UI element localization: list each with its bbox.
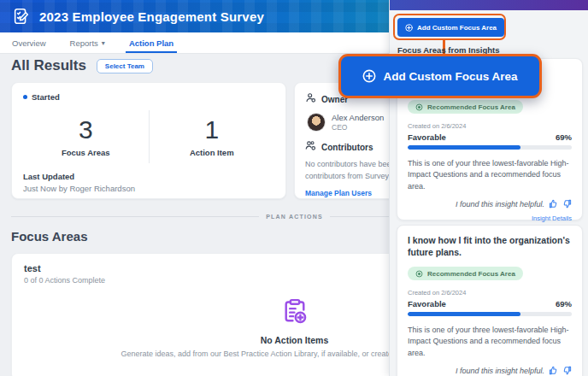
page-header-title: 2023 Employee Engagement Survey xyxy=(39,9,264,24)
status-dot xyxy=(23,95,27,99)
contributors-people-icon xyxy=(305,139,316,155)
insight-details-link[interactable]: Insight Details xyxy=(408,214,572,222)
add-custom-focus-area-button[interactable]: Add Custom Focus Area xyxy=(397,18,504,37)
favorable-percent: 69% xyxy=(556,299,572,308)
favorable-row: Favorable 69% xyxy=(408,132,572,142)
app-window: 2023 Employee Engagement Survey Overview… xyxy=(0,0,588,376)
empty-state-title: No Action Items xyxy=(261,335,329,345)
focus-areas-title: Focus Areas xyxy=(11,229,87,244)
tab-action-plan[interactable]: Action Plan xyxy=(129,32,173,53)
insight-card: I know how I fit into the organization's… xyxy=(397,225,583,376)
plan-summary-card: Started 3 Focus Areas 1 Action Item Last… xyxy=(11,82,286,199)
favorable-row: Favorable 69% xyxy=(408,299,572,308)
insight-description: This is one of your three lowest-favorab… xyxy=(408,325,572,360)
clipboard-plus-icon xyxy=(279,297,310,331)
owner-name: Alex Anderson xyxy=(332,113,384,122)
recommended-badge: Recommended Focus Area xyxy=(408,267,523,280)
target-icon xyxy=(415,270,423,278)
insight-title: I know how I fit into the organization's… xyxy=(408,234,572,263)
owner-role: CEO xyxy=(332,123,384,132)
helpful-row: I found this insight helpful. xyxy=(408,366,572,375)
thumbs-up-icon[interactable] xyxy=(549,199,558,209)
status-row: Started xyxy=(23,92,274,102)
favorable-progress-bar xyxy=(408,312,572,316)
favorable-percent: 69% xyxy=(556,132,572,142)
thumbs-up-icon[interactable] xyxy=(549,366,558,375)
action-items-count: 1 xyxy=(204,117,219,143)
drawer-header-strip xyxy=(390,0,588,10)
plan-actions-label: PLAN ACTIONS xyxy=(266,214,323,220)
created-date: Created on 2/6/2024 xyxy=(408,122,572,130)
add-custom-focus-area-callout-button[interactable]: Add Custom Focus Area xyxy=(338,54,542,98)
insight-description: This is one of your three lowest-favorab… xyxy=(408,158,572,193)
helpful-row: I found this insight helpful. xyxy=(408,199,572,209)
stat-action-items: 1 Action Item xyxy=(149,110,275,163)
target-icon xyxy=(415,103,423,111)
plus-circle-icon xyxy=(362,69,376,83)
last-updated-label: Last Updated xyxy=(23,172,274,181)
thumbs-down-icon[interactable] xyxy=(562,199,572,209)
last-updated-value: Just Now by Roger Richardson xyxy=(23,184,274,193)
tab-overview[interactable]: Overview xyxy=(12,32,46,53)
thumbs-down-icon[interactable] xyxy=(562,366,572,375)
stats-row: 3 Focus Areas 1 Action Item xyxy=(23,110,274,163)
status-badge: Started xyxy=(32,92,60,102)
page-head: All Results Select Team xyxy=(11,57,153,74)
survey-logo-icon xyxy=(12,7,31,26)
owner-avatar xyxy=(307,113,326,132)
select-team-button[interactable]: Select Team xyxy=(97,59,153,73)
recommended-badge: Recommended Focus Area xyxy=(408,100,523,114)
chevron-down-icon: ▾ xyxy=(102,39,105,47)
tab-reports[interactable]: Reports ▾ xyxy=(70,32,105,53)
stat-focus-areas: 3 Focus Areas xyxy=(23,110,149,163)
favorable-progress-bar xyxy=(408,145,572,150)
focus-areas-count: 3 xyxy=(79,117,93,143)
created-date: Created on 2/6/2024 xyxy=(408,289,572,297)
page-title: All Results xyxy=(11,57,86,74)
plus-circle-icon xyxy=(405,24,413,32)
owner-person-icon xyxy=(305,91,316,107)
